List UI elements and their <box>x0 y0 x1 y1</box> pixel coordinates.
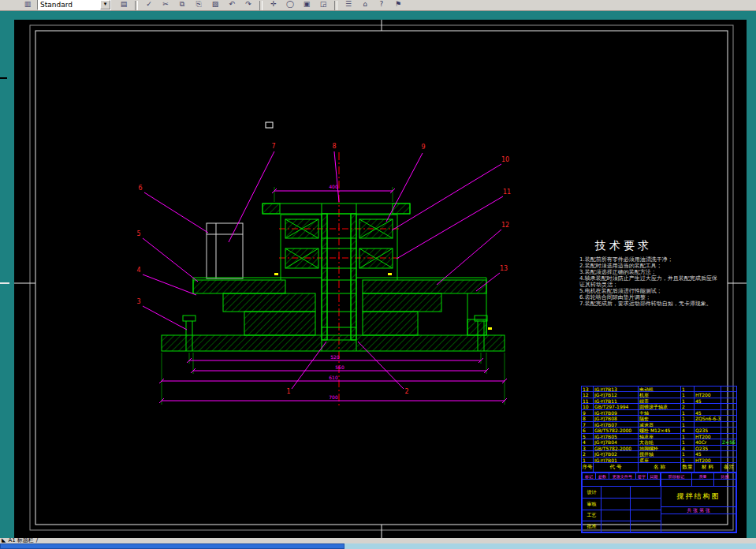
bom-qty: 1 <box>680 416 694 420</box>
bom-material <box>694 404 721 409</box>
drawing-workspace: 400 520 560 610 700 <box>0 11 756 543</box>
spellcheck-icon[interactable]: ✓ <box>142 0 156 10</box>
bom-code: GB/T5782-2000 <box>593 428 638 432</box>
bom-remark <box>721 404 736 409</box>
tech-requirement-item: 7.装配完成后，要求运动部件转动自如，无卡滞现象。 <box>579 301 721 307</box>
scrollbar-thumb[interactable] <box>0 543 344 549</box>
bom-no: 7 <box>582 422 593 427</box>
bom-qty: 1 <box>680 392 694 397</box>
table-row[interactable]: 8 JG-YJ7B08 隔套 1 ZQSn6-6-3 <box>582 416 736 421</box>
bom-header-qty: 数量 <box>680 463 694 472</box>
table-row[interactable]: 6 GB/T5782-2000 螺栓 M12×45 4 Q235 <box>582 428 736 433</box>
dim-base-span[interactable]: 610 <box>329 375 338 380</box>
bom-no: 9 <box>582 410 593 415</box>
zoom-realtime-icon[interactable]: ◯ <box>283 0 297 10</box>
bom-remark: Z=56 <box>721 439 736 444</box>
bom-material <box>694 422 721 427</box>
table-row[interactable]: 13 JG-YJ7B13 电动机 1 <box>582 387 736 392</box>
bom-name: 螺栓 M12×45 <box>638 428 680 432</box>
table-row[interactable]: 3 GB/T5782-2000 地脚螺栓 4 Q235 <box>582 446 736 451</box>
callout-8[interactable]: 8 <box>332 143 336 150</box>
callout-5[interactable]: 5 <box>136 230 140 237</box>
callout-3[interactable]: 3 <box>136 298 140 305</box>
table-row[interactable]: 11 JG-YJ7B11 端盖 1 45 <box>582 398 736 404</box>
publish-icon[interactable]: ⚑ <box>391 0 405 10</box>
zoom-window-icon[interactable]: ▣ <box>300 0 314 10</box>
callout-4[interactable]: 4 <box>136 267 140 274</box>
dim-flange-span[interactable]: 560 <box>335 364 344 370</box>
callout-10[interactable]: 10 <box>501 156 509 163</box>
dim-overall[interactable]: 700 <box>329 394 338 400</box>
table-row[interactable]: 9 JG-YJ7B09 主轴 1 45 <box>582 410 736 416</box>
bom-remark <box>721 446 736 450</box>
bom-remark <box>721 422 736 427</box>
callout-1[interactable]: 1 <box>286 388 290 395</box>
dimension-lines[interactable]: 400 520 560 610 700 <box>159 184 507 405</box>
bom-no: 4 <box>582 439 593 444</box>
bom-code: JG-YJ7B11 <box>593 398 638 403</box>
chevron-down-icon[interactable]: ▾ <box>100 0 110 9</box>
callout-9[interactable]: 9 <box>421 144 425 151</box>
redo-icon[interactable]: ↷ <box>241 0 255 10</box>
title-block[interactable]: 标记 处数 更改文件号 签字 日期 设计 审核 工艺 批准 阶段标记 质量 比例… <box>581 472 737 533</box>
layers-icon[interactable]: ▤ <box>117 0 131 10</box>
horizontal-scrollbar[interactable] <box>0 543 756 549</box>
bom-remark <box>721 416 736 420</box>
tech-requirement-item: 4.轴承装配时须防止产生过大应力，并且装配完成后应保证其转动灵活； <box>579 275 721 288</box>
pan-icon[interactable]: ✛ <box>266 0 281 10</box>
parts-list-table[interactable]: 13 JG-YJ7B13 电动机 1 12 JG-YJ7B12 机座 1 HT2… <box>581 386 737 472</box>
table-row[interactable]: 12 JG-YJ7B12 机座 1 HT200 <box>582 392 736 398</box>
ruler-mark <box>0 282 9 284</box>
bom-qty: 1 <box>680 451 694 456</box>
properties-icon[interactable]: ☰ <box>341 0 356 10</box>
table-row[interactable]: 10 GB/T297-1994 圆锥滚子轴承 2 <box>582 404 736 409</box>
bom-code: JG-YJ7B02 <box>593 451 638 456</box>
callout-13[interactable]: 13 <box>500 265 508 272</box>
bom-qty: 2 <box>680 404 694 409</box>
designcenter-icon[interactable]: ⌂ <box>358 0 372 10</box>
style-dropdown[interactable]: Standard ▾ <box>37 0 111 10</box>
tech-requirement-item: 3.装配须选择正确的装配方法； <box>579 269 721 275</box>
tech-requirement-item: 2.装配时须选用适当的装配工具； <box>579 263 721 269</box>
bom-material: HT200 <box>694 392 721 397</box>
titleblock-process-date <box>630 510 661 521</box>
callout-11[interactable]: 11 <box>503 189 511 196</box>
table-row[interactable]: 1 JG-YJ7B01 底座 1 HT200 <box>582 458 736 463</box>
tech-requirements-list: 1.装配前所有零件必须用油清洗干净；2.装配时须选用适当的装配工具；3.装配须选… <box>579 256 721 307</box>
cut-icon[interactable]: ✂ <box>158 0 173 10</box>
callout-12[interactable]: 12 <box>501 222 509 229</box>
bom-header-code: 代 号 <box>593 463 638 472</box>
bom-code: JG-YJ7B12 <box>593 392 638 397</box>
bom-qty: 1 <box>680 387 694 391</box>
table-row[interactable]: 4 JG-YJ7B04 大齿轮 1 40Cr Z=56 <box>582 439 736 445</box>
bom-no: 5 <box>582 434 593 439</box>
bom-name: 机座 <box>638 392 680 397</box>
copy-icon[interactable]: ⧉ <box>175 0 189 10</box>
bom-material: HT200 <box>694 434 721 439</box>
tech-requirement-item: 6.齿轮啮合间隙由垫片调整； <box>579 294 721 301</box>
bom-qty: 1 <box>680 422 694 427</box>
table-row[interactable]: 2 JG-YJ7B02 搅拌轴 1 45 <box>582 451 736 457</box>
table-row[interactable]: 5 JG-YJ7B05 轴承座 1 HT200 <box>582 434 736 439</box>
callout-6[interactable]: 6 <box>138 185 142 192</box>
table-row[interactable]: 7 JG-YJ7B07 减速器 1 <box>582 422 736 428</box>
style-dropdown-value: Standard <box>38 1 100 9</box>
callout-7[interactable]: 7 <box>271 143 275 150</box>
tab-layout-a1[interactable]: A1 标题栏 <box>8 538 33 543</box>
dim-bolt-span[interactable]: 520 <box>330 354 340 360</box>
bom-material: 45 <box>694 410 721 415</box>
zoom-previous-icon[interactable]: ◲ <box>316 0 330 10</box>
standards-icon[interactable]: ▥ <box>20 0 35 10</box>
bom-no: 8 <box>582 416 593 420</box>
model-canvas[interactable]: 400 520 560 610 700 <box>14 20 747 538</box>
bom-no: 11 <box>582 398 593 403</box>
help-icon[interactable]: ? <box>374 0 389 10</box>
match-properties-icon[interactable]: ▨ <box>208 0 222 10</box>
bom-code: JG-YJ7B08 <box>593 416 638 420</box>
paste-icon[interactable]: ⎘ <box>192 0 206 10</box>
bom-header-no: 序号 <box>582 463 593 472</box>
callout-2[interactable]: 2 <box>404 388 408 395</box>
tech-requirements-title: 技术要求 <box>595 239 721 253</box>
undo-icon[interactable]: ↶ <box>225 0 239 10</box>
dim-top[interactable]: 400 <box>329 184 338 189</box>
